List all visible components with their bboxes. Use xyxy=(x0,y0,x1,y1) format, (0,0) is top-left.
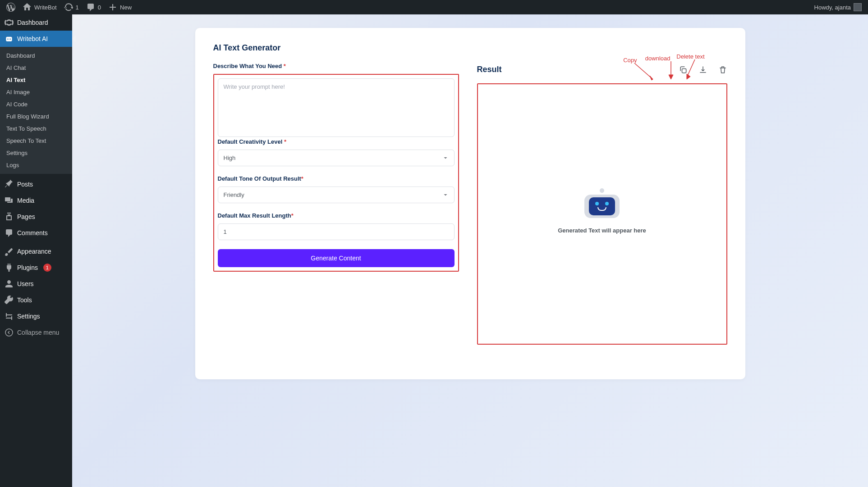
main-card: AI Text Generator Describe What You Need… xyxy=(195,28,745,379)
tone-select[interactable]: Friendly xyxy=(218,187,455,203)
result-placeholder-text: Generated Text will appear here xyxy=(558,227,646,234)
sliders-icon xyxy=(5,312,14,321)
submenu-logs[interactable]: Logs xyxy=(0,159,72,171)
menu-label: Posts xyxy=(17,181,33,188)
content-area: AI Text Generator Describe What You Need… xyxy=(72,14,868,487)
tone-value: Friendly xyxy=(224,191,244,198)
wp-logo[interactable] xyxy=(3,0,19,14)
admin-bar: WriteBot 1 0 New Howdy, ajanta xyxy=(0,0,868,14)
admin-sidebar: Dashboard Writebot AI Dashboard AI Chat … xyxy=(0,14,72,487)
dashboard-icon xyxy=(5,18,14,27)
submenu-ai-chat[interactable]: AI Chat xyxy=(0,62,72,74)
result-column: Copy download Delete text Result xyxy=(477,43,727,364)
result-title: Result xyxy=(477,65,502,74)
site-name: WriteBot xyxy=(34,4,57,11)
menu-label: Dashboard xyxy=(17,19,48,26)
admin-bar-left: WriteBot 1 0 New xyxy=(3,0,135,14)
menu-settings[interactable]: Settings xyxy=(0,308,72,324)
result-output-box: Generated Text will appear here xyxy=(477,83,727,345)
media-icon xyxy=(5,196,14,205)
form-column: AI Text Generator Describe What You Need… xyxy=(213,43,459,364)
plugin-icon xyxy=(5,263,14,272)
menu-label: Comments xyxy=(17,229,48,237)
new-link[interactable]: New xyxy=(105,0,135,14)
menu-label: Plugins xyxy=(17,264,38,271)
menu-label: Users xyxy=(17,280,34,287)
submenu-text-to-speech[interactable]: Text To Speech xyxy=(0,123,72,135)
avatar-icon xyxy=(854,3,862,11)
svg-marker-9 xyxy=(687,74,690,79)
menu-posts[interactable]: Posts xyxy=(0,176,72,192)
creativity-value: High xyxy=(224,155,236,161)
submenu-writebot: Dashboard AI Chat AI Text AI Image AI Co… xyxy=(0,47,72,174)
menu-label: Pages xyxy=(17,213,35,220)
site-name-link[interactable]: WriteBot xyxy=(19,0,60,14)
label-describe: Describe What You Need * xyxy=(213,63,459,69)
form-highlight-box: Default Creativity Level * High Default … xyxy=(213,74,459,272)
prompt-textarea[interactable] xyxy=(218,78,455,137)
bot-avatar-icon xyxy=(584,195,620,218)
howdy-text: Howdy, ajanta xyxy=(814,4,851,11)
submenu-settings[interactable]: Settings xyxy=(0,147,72,159)
updates-link[interactable]: 1 xyxy=(60,0,83,14)
maxlen-input[interactable] xyxy=(218,223,455,240)
result-actions xyxy=(679,65,727,74)
menu-collapse[interactable]: Collapse menu xyxy=(0,324,72,341)
comments-link[interactable]: 0 xyxy=(83,0,105,14)
wrench-icon xyxy=(5,296,14,305)
page-title: AI Text Generator xyxy=(213,43,459,53)
updates-count: 1 xyxy=(76,4,79,11)
result-header: Result xyxy=(477,65,727,74)
menu-pages[interactable]: Pages xyxy=(0,209,72,225)
svg-point-1 xyxy=(7,39,9,40)
copy-button[interactable] xyxy=(679,65,688,74)
trash-icon xyxy=(718,65,727,74)
submenu-full-blog-wizard[interactable]: Full Blog Wizard xyxy=(0,110,72,123)
bot-icon xyxy=(5,34,14,43)
submenu-ai-text[interactable]: AI Text xyxy=(0,74,72,86)
menu-dashboard[interactable]: Dashboard xyxy=(0,14,72,31)
menu-users[interactable]: Users xyxy=(0,276,72,292)
menu-appearance[interactable]: Appearance xyxy=(0,243,72,259)
menu-label: Media xyxy=(17,197,34,204)
pin-icon xyxy=(5,180,14,189)
menu-media[interactable]: Media xyxy=(0,192,72,209)
label-creativity: Default Creativity Level * xyxy=(218,138,455,145)
label-tone: Default Tone Of Output Result* xyxy=(218,175,455,182)
comments-count: 0 xyxy=(98,4,101,11)
menu-label: Tools xyxy=(17,296,32,304)
copy-icon xyxy=(679,65,688,74)
menu-label: Collapse menu xyxy=(17,329,59,336)
submenu-ai-code[interactable]: AI Code xyxy=(0,98,72,110)
pages-icon xyxy=(5,212,14,221)
menu-tools[interactable]: Tools xyxy=(0,292,72,308)
admin-bar-right: Howdy, ajanta xyxy=(811,0,865,14)
download-icon xyxy=(698,65,707,74)
menu-writebot[interactable]: Writebot AI xyxy=(0,31,72,47)
svg-marker-5 xyxy=(650,76,653,80)
collapse-icon xyxy=(5,328,14,337)
submenu-dashboard[interactable]: Dashboard xyxy=(0,50,72,62)
delete-button[interactable] xyxy=(718,65,727,74)
wordpress-icon xyxy=(6,3,15,12)
update-icon xyxy=(64,3,73,12)
submenu-ai-image[interactable]: AI Image xyxy=(0,86,72,98)
download-button[interactable] xyxy=(698,65,707,74)
plus-icon xyxy=(108,3,117,12)
submenu-speech-to-text[interactable]: Speech To Text xyxy=(0,135,72,147)
creativity-select[interactable]: High xyxy=(218,150,455,166)
generate-button[interactable]: Generate Content xyxy=(218,249,455,267)
menu-label: Writebot AI xyxy=(17,35,48,42)
comments-icon xyxy=(5,228,14,237)
svg-point-3 xyxy=(5,329,13,336)
svg-point-2 xyxy=(9,39,11,40)
brush-icon xyxy=(5,247,14,256)
chevron-down-icon xyxy=(442,155,449,161)
menu-label: Appearance xyxy=(17,248,51,255)
home-icon xyxy=(23,3,32,12)
howdy-link[interactable]: Howdy, ajanta xyxy=(811,0,865,14)
label-maxlen: Default Max Result Length* xyxy=(218,212,455,219)
menu-comments[interactable]: Comments xyxy=(0,225,72,241)
menu-plugins[interactable]: Plugins 1 xyxy=(0,259,72,276)
plugin-update-badge: 1 xyxy=(43,264,51,272)
